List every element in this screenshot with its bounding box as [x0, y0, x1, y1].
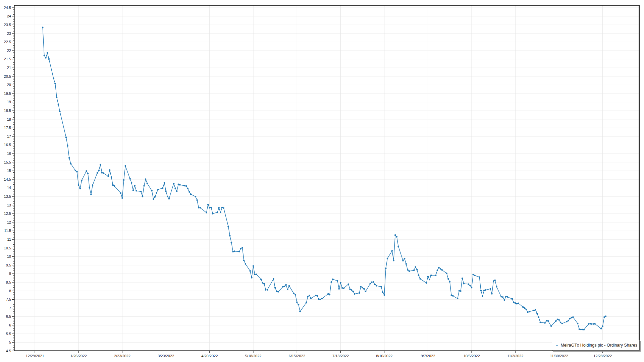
svg-text:19: 19 [7, 100, 11, 104]
svg-text:24: 24 [7, 14, 11, 18]
svg-text:23.5: 23.5 [4, 23, 11, 27]
svg-text:10/5/2022: 10/5/2022 [464, 354, 480, 358]
svg-text:3/23/2022: 3/23/2022 [158, 354, 174, 358]
svg-text:13.5: 13.5 [4, 194, 11, 198]
svg-text:18: 18 [7, 117, 11, 121]
svg-text:10: 10 [7, 254, 11, 258]
svg-text:13: 13 [7, 203, 11, 207]
svg-text:22: 22 [7, 49, 11, 53]
svg-text:9.5: 9.5 [6, 263, 11, 267]
svg-text:14.5: 14.5 [4, 177, 11, 181]
svg-text:8.5: 8.5 [6, 280, 11, 284]
price-chart: 24.52423.52322.52221.52120.52019.51918.5… [0, 0, 644, 362]
svg-text:9: 9 [9, 272, 11, 276]
svg-text:21.5: 21.5 [4, 57, 11, 61]
chart-page: 24.52423.52322.52221.52120.52019.51918.5… [0, 0, 644, 362]
svg-text:10.5: 10.5 [4, 246, 11, 250]
svg-text:4.5: 4.5 [6, 349, 11, 353]
svg-text:11/30/2022: 11/30/2022 [550, 354, 568, 358]
svg-text:9/7/2022: 9/7/2022 [421, 354, 435, 358]
svg-text:21: 21 [7, 66, 11, 70]
legend: MeiraGTx Holdings plc - Ordinary Shares [552, 340, 640, 351]
svg-text:6/15/2022: 6/15/2022 [289, 354, 305, 358]
svg-text:15.5: 15.5 [4, 160, 11, 164]
svg-text:8: 8 [9, 289, 11, 293]
svg-text:20.5: 20.5 [4, 74, 11, 78]
svg-text:2/23/2022: 2/23/2022 [114, 354, 130, 358]
svg-text:19.5: 19.5 [4, 92, 11, 96]
svg-text:11/2/2022: 11/2/2022 [507, 354, 523, 358]
svg-text:6: 6 [9, 323, 11, 327]
svg-text:6.5: 6.5 [6, 314, 11, 318]
svg-text:12.5: 12.5 [4, 212, 11, 216]
y-axis: 24.52423.52322.52221.52120.52019.51918.5… [4, 6, 14, 353]
svg-text:7: 7 [9, 306, 11, 310]
svg-text:8/10/2022: 8/10/2022 [376, 354, 392, 358]
svg-text:18.5: 18.5 [4, 109, 11, 113]
svg-text:15: 15 [7, 169, 11, 173]
plot-border [14, 5, 639, 351]
svg-text:4/20/2022: 4/20/2022 [201, 354, 218, 358]
svg-text:5.5: 5.5 [6, 332, 11, 336]
svg-text:11: 11 [7, 237, 11, 241]
svg-text:17.5: 17.5 [4, 126, 11, 130]
svg-text:12: 12 [7, 220, 11, 224]
svg-text:23: 23 [7, 32, 11, 36]
svg-text:7.5: 7.5 [6, 297, 11, 301]
horizontal-gridlines [14, 8, 639, 351]
svg-text:22.5: 22.5 [4, 40, 11, 44]
svg-text:20: 20 [7, 83, 11, 87]
svg-text:14: 14 [7, 186, 11, 190]
svg-text:12/28/2022: 12/28/2022 [593, 354, 612, 358]
svg-text:1/26/2022: 1/26/2022 [70, 354, 87, 358]
legend-series-marker-icon [555, 343, 558, 347]
legend-series-label: MeiraGTx Holdings plc - Ordinary Shares [560, 343, 637, 348]
svg-text:16: 16 [7, 152, 11, 156]
x-axis: 12/29/20211/26/20222/23/20223/23/20224/2… [25, 351, 612, 358]
svg-text:7/13/2022: 7/13/2022 [332, 354, 349, 358]
svg-text:16.5: 16.5 [4, 143, 11, 147]
svg-text:5/18/2022: 5/18/2022 [245, 354, 262, 358]
svg-text:17: 17 [7, 134, 11, 138]
svg-text:12/29/2021: 12/29/2021 [25, 354, 44, 358]
svg-text:11.5: 11.5 [4, 229, 11, 233]
svg-text:5: 5 [9, 340, 11, 344]
series-line [42, 27, 606, 330]
svg-text:24.5: 24.5 [4, 6, 11, 10]
